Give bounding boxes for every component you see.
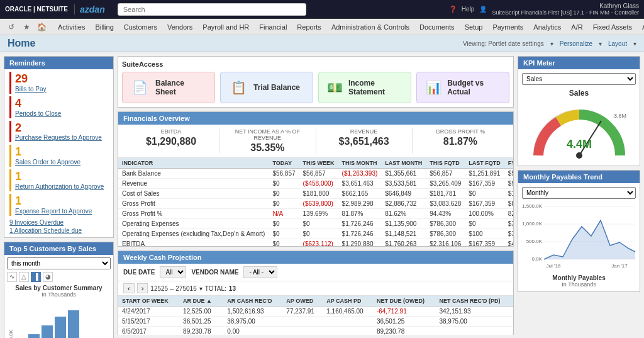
nav-activities[interactable]: Activities bbox=[53, 21, 90, 33]
fin-cell: $56,857 bbox=[299, 169, 338, 179]
nav-payroll[interactable]: Payroll and HR bbox=[197, 21, 254, 33]
top5-header: Top 5 Customers By Sales bbox=[4, 242, 113, 255]
nav-documents[interactable]: Documents bbox=[414, 21, 460, 33]
fin-cell: $0 bbox=[269, 229, 299, 239]
star-icon[interactable]: ★ bbox=[20, 21, 33, 33]
suite-income-statement[interactable]: 💵 Income Statement bbox=[318, 72, 411, 103]
col-fytd: FYTD bbox=[504, 158, 513, 169]
weekly-prev-btn[interactable]: ‹ bbox=[123, 283, 135, 293]
financials-table-body: Bank Balance$56,857$56,857($1,263,393)$1… bbox=[118, 169, 513, 247]
monthly-payables-select[interactable]: Monthly bbox=[522, 187, 636, 199]
reminder-label-periods[interactable]: Periods to Close bbox=[15, 110, 108, 117]
col-this-month: THIS MONTH bbox=[338, 158, 382, 169]
line-chart-icon[interactable]: ∿ bbox=[7, 272, 17, 282]
fin-cell: $0 bbox=[465, 189, 504, 199]
col-indicator: INDICATOR bbox=[118, 158, 269, 169]
fin-cell: Gross Profit % bbox=[118, 209, 269, 219]
help-icon[interactable]: ❓ bbox=[449, 6, 457, 13]
nav-setup[interactable]: Setup bbox=[460, 21, 488, 33]
fin-table-row: EBITDA$0($623,112)$1,290,880$1,760,263$2… bbox=[118, 239, 513, 247]
reminder-invoices[interactable]: 9 Invoices Overdue bbox=[9, 218, 108, 227]
vendor-name-select[interactable]: - All - bbox=[243, 266, 277, 278]
budget-actual-icon: 📊 bbox=[425, 77, 442, 98]
svg-text:0.0K: 0.0K bbox=[532, 256, 543, 262]
nav-admin[interactable]: Administration & Controls bbox=[326, 21, 414, 33]
fin-table-row: Gross Profit %N/A139.69%81.87%81.62%94.4… bbox=[118, 209, 513, 219]
personalize-link[interactable]: Personalize bbox=[560, 40, 592, 47]
nav-ar[interactable]: A/R bbox=[566, 21, 587, 33]
financials-header: Financials Overview bbox=[118, 112, 513, 125]
weekly-next-btn[interactable]: › bbox=[137, 283, 148, 293]
weekly-range: 12525 -- 275016 bbox=[150, 285, 196, 292]
home-icon[interactable]: 🏠 bbox=[35, 21, 48, 33]
reminder-label-bills[interactable]: Bills to Pay bbox=[15, 86, 108, 93]
fin-cell: $662,165 bbox=[338, 189, 382, 199]
fin-cell: EBITDA bbox=[118, 239, 269, 247]
fin-table-row: Cost of Sales$0$181,800$662,165$646,849$… bbox=[118, 189, 513, 199]
fin-table-header-row: INDICATOR TODAY THIS WEEK THIS MONTH LAS… bbox=[118, 158, 513, 169]
reminder-allocation[interactable]: 1 Allocation Schedule due bbox=[9, 227, 108, 235]
income-statement-icon: 💵 bbox=[326, 77, 343, 98]
reminder-label-purchase[interactable]: Purchase Requests to Approve bbox=[15, 134, 108, 141]
nav-financial[interactable]: Financial bbox=[254, 21, 292, 33]
col-last-month: LAST MONTH bbox=[381, 158, 426, 169]
layout-link[interactable]: Layout bbox=[608, 40, 627, 47]
area-chart-icon[interactable]: △ bbox=[19, 272, 29, 282]
wcol-start-week: START OF WEEK bbox=[118, 296, 179, 307]
fin-cell: ($458,000) bbox=[299, 179, 338, 189]
center-panel: SuiteAccess 📄 Balance Sheet 📋 Trial Bala… bbox=[118, 56, 514, 335]
fin-table-row: Operating Expenses (excluding Tax,Dep'n … bbox=[118, 229, 513, 239]
due-date-select[interactable]: All bbox=[160, 266, 186, 278]
fin-cell: ($623,112) bbox=[299, 239, 338, 247]
weekly-cash-header: Weekly Cash Projection bbox=[118, 251, 513, 264]
search-bar[interactable] bbox=[118, 3, 306, 16]
financials-box: Financials Overview EBITDA $1,290,880 Ne… bbox=[118, 111, 514, 247]
nav-menu: Activities Billing Customers Vendors Pay… bbox=[53, 21, 644, 33]
nav-vendors[interactable]: Vendors bbox=[162, 21, 197, 33]
nav-ap[interactable]: A/P bbox=[637, 21, 644, 33]
left-panel: Reminders 29 Bills to Pay 4 Periods to C… bbox=[4, 56, 114, 335]
suite-trial-balance[interactable]: 📋 Trial Balance bbox=[220, 72, 313, 103]
refresh-icon[interactable]: ↺ bbox=[5, 21, 18, 33]
nav-customers[interactable]: Customers bbox=[119, 21, 162, 33]
nav-fixed-assets[interactable]: Fixed Assets bbox=[588, 21, 637, 33]
viewing-bar: Viewing: Portlet date settings▾ Personal… bbox=[463, 40, 636, 47]
financials-table: INDICATOR TODAY THIS WEEK THIS MONTH LAS… bbox=[118, 158, 513, 246]
nav-analytics[interactable]: Analytics bbox=[528, 21, 566, 33]
kpi-net-income-pct: Net Income as a % of Revenue 35.35% bbox=[219, 128, 316, 154]
weekly-cell: 1,160,465.00 bbox=[323, 307, 373, 317]
reminder-num-return: 1 bbox=[15, 171, 108, 183]
user-name: Kathryn Glass bbox=[492, 3, 639, 9]
suite-balance-sheet[interactable]: 📄 Balance Sheet bbox=[122, 72, 215, 103]
top5-period-select[interactable]: this month bbox=[7, 257, 111, 269]
top5-box: Top 5 Customers By Sales this month ∿ △ … bbox=[4, 242, 114, 338]
nav-billing[interactable]: Billing bbox=[90, 21, 118, 33]
nav-reports[interactable]: Reports bbox=[292, 21, 326, 33]
reminder-label-return[interactable]: Return Authorization to Approve bbox=[15, 183, 108, 190]
suite-budget-actual[interactable]: 📊 Budget vs Actual bbox=[416, 72, 509, 103]
help-label[interactable]: Help bbox=[462, 6, 475, 13]
kpi-ebitda-value: $1,290,880 bbox=[128, 136, 214, 147]
chart-type-icons: ∿ △ ▐ ◕ bbox=[7, 272, 111, 282]
fin-cell: $56,... bbox=[504, 169, 513, 179]
fin-cell: $0 bbox=[299, 219, 338, 229]
kpi-revenue-label: Revenue bbox=[321, 128, 407, 135]
fin-cell: $167,359 bbox=[465, 179, 504, 189]
reminders-content: 29 Bills to Pay 4 Periods to Close 2 Pur… bbox=[4, 69, 113, 237]
nav-payments[interactable]: Payments bbox=[487, 21, 528, 33]
kpi-meter-select[interactable]: Sales bbox=[522, 73, 636, 85]
reminder-label-sales[interactable]: Sales Order to Approve bbox=[15, 159, 108, 166]
reminder-label-expense[interactable]: Expense Report to Approve bbox=[15, 208, 108, 215]
col-today: TODAY bbox=[269, 158, 299, 169]
fin-cell: $1,7... bbox=[504, 189, 513, 199]
search-input[interactable] bbox=[118, 3, 306, 16]
monthly-payables-box: Monthly Payables Trend Monthly 1,500.0K … bbox=[518, 170, 640, 292]
kpi-ebitda: EBITDA $1,290,880 bbox=[123, 128, 219, 154]
vendor-name-label: VENDOR NAME bbox=[191, 269, 238, 276]
monthly-payables-chart: 1,500.0K 1,000.0K 500.0K 0.0K Jul '16 Ja bbox=[522, 201, 637, 271]
pie-chart-icon[interactable]: ◕ bbox=[43, 272, 53, 282]
fin-cell: $3,8... bbox=[504, 219, 513, 229]
fin-cell: $2,989,298 bbox=[338, 199, 382, 209]
bar-chart-icon[interactable]: ▐ bbox=[31, 272, 41, 282]
svg-text:Jul '16: Jul '16 bbox=[547, 263, 561, 269]
